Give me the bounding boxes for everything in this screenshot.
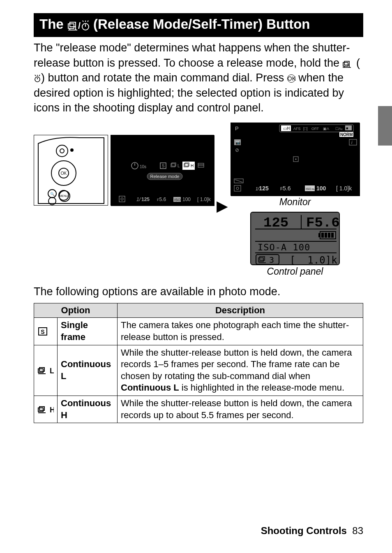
option-name: Single frame — [58, 318, 118, 345]
svg-rect-99 — [328, 233, 330, 238]
table-row: L Continuous L While the shutter-release… — [34, 345, 363, 396]
svg-text:S: S — [162, 164, 165, 168]
option-icon-cl: L — [34, 345, 58, 396]
svg-rect-11 — [343, 62, 348, 66]
arrow-icon: ▶ — [217, 197, 228, 215]
svg-text:ISO-A 100: ISO-A 100 — [258, 242, 310, 252]
option-desc: While the shutter-release button is held… — [118, 396, 363, 423]
svg-rect-12 — [344, 61, 349, 65]
svg-text:125: 125 — [263, 215, 288, 231]
control-panel: 125 F5.6 ISO-A 100 — [250, 212, 340, 265]
svg-rect-100 — [331, 233, 334, 238]
svg-text:125: 125 — [141, 197, 150, 202]
svg-rect-97 — [321, 233, 324, 238]
title-prefix: The — [39, 16, 67, 32]
svg-point-22 — [60, 149, 64, 153]
svg-text:■: ■ — [346, 126, 348, 130]
camera-back-illustration: OK MENU 🔍 — [34, 135, 108, 206]
option-name: Continuous L — [58, 345, 118, 396]
svg-text:100: 100 — [182, 197, 191, 202]
svg-text:[□]: [□] — [303, 127, 307, 131]
menu-label: Release mode — [150, 174, 180, 179]
svg-text:P: P — [235, 125, 239, 132]
svg-text:S: S — [41, 329, 44, 335]
svg-text:100: 100 — [316, 185, 326, 192]
svg-line-10 — [88, 21, 88, 22]
svg-text:⊘: ⊘ — [235, 147, 239, 153]
th-description: Description — [118, 303, 363, 318]
monitor-label: Monitor — [279, 197, 311, 208]
svg-text:L: L — [50, 367, 54, 375]
svg-text:NORM: NORM — [340, 132, 353, 137]
svg-rect-116 — [38, 408, 43, 412]
svg-text:10s: 10s — [140, 164, 146, 169]
table-row: H Continuous H While the shutter-release… — [34, 396, 363, 423]
desc-part-a: While the shutter-release button is held… — [121, 347, 352, 381]
intro-paragraph: The "release mode" determines what happe… — [34, 40, 363, 115]
option-name: Continuous H — [58, 396, 118, 423]
svg-rect-98 — [325, 233, 327, 238]
footer-label: Shooting Controls — [261, 525, 347, 536]
desc-part-b: is highlighted in the release-mode menu. — [179, 382, 344, 393]
svg-text:ISO: ISO — [174, 198, 181, 202]
svg-text:1/: 1/ — [136, 197, 141, 202]
option-icon-single: S — [34, 318, 58, 345]
intro-line1: The "release mode" determines what happe… — [34, 42, 350, 69]
svg-rect-113 — [39, 368, 44, 371]
svg-text:H: H — [50, 406, 54, 414]
svg-rect-1 — [70, 22, 76, 27]
desc-bold: Continuous L — [121, 382, 179, 393]
svg-point-21 — [56, 145, 68, 157]
page-footer: Shooting Controls 83 — [261, 525, 363, 537]
svg-text:/: / — [78, 21, 81, 31]
svg-text:▣A: ▣A — [323, 127, 329, 131]
page-title: The / (Release Mode/Self-Timer) Button — [34, 13, 363, 37]
svg-text:3: 3 — [269, 255, 274, 265]
release-mode-menu-screen: 10s S L — [111, 135, 214, 206]
svg-text:F5.6: F5.6 — [157, 197, 166, 202]
section-tab — [378, 106, 392, 146]
svg-text:H: H — [191, 164, 194, 168]
title-burst-timer-icons: / — [67, 17, 90, 33]
th-option: Option — [34, 303, 118, 318]
footer-page: 83 — [352, 525, 363, 536]
burst-icon-inline — [342, 59, 353, 68]
timer-icon-inline — [34, 72, 41, 84]
intro-mid: button and rotate the main command dial.… — [45, 72, 287, 84]
monitor-screen: P ▭H AFS [□] OFF ▣A ☐A₀ ■ — [231, 123, 360, 196]
svg-rect-33 — [111, 135, 214, 206]
table-row: S Single frame The camera takes one phot… — [34, 318, 363, 345]
option-desc: The camera takes one photograph each tim… — [118, 318, 363, 345]
option-desc: While the shutter-release button is held… — [118, 345, 363, 396]
svg-text:🔍: 🔍 — [50, 192, 55, 197]
svg-point-79 — [295, 159, 297, 160]
svg-text:AFS: AFS — [293, 127, 301, 131]
svg-text:☐A₀: ☐A₀ — [335, 127, 343, 131]
option-icon-ch: H — [34, 396, 58, 423]
svg-text:OK: OK — [61, 171, 67, 176]
control-panel-label: Control panel — [267, 266, 323, 277]
title-suffix: (Release Mode/Self-Timer) Button — [93, 16, 310, 32]
svg-point-23 — [71, 149, 73, 151]
svg-text:[  1.0]k: [ 1.0]k — [290, 255, 337, 265]
svg-rect-0 — [68, 24, 74, 28]
svg-line-19 — [35, 75, 36, 76]
ok-button-icon: OK — [287, 74, 295, 83]
svg-text:MENU: MENU — [60, 194, 68, 197]
illustration-row: OK MENU 🔍 — [34, 123, 363, 277]
svg-text:F5.6: F5.6 — [306, 215, 340, 231]
svg-line-9 — [83, 21, 83, 22]
svg-rect-96 — [318, 233, 320, 237]
svg-text:L: L — [178, 164, 180, 168]
svg-text:📷: 📷 — [235, 140, 241, 145]
svg-line-20 — [39, 75, 40, 76]
following-text: The following options are available in p… — [34, 285, 363, 298]
svg-text:[ 1.0]k: [ 1.0]k — [197, 197, 211, 202]
svg-text:▭H: ▭H — [283, 126, 290, 131]
svg-rect-117 — [39, 407, 44, 410]
options-table: Option Description S Single frame The ca… — [34, 303, 363, 423]
svg-rect-112 — [38, 369, 43, 373]
svg-text:OFF: OFF — [311, 127, 319, 131]
svg-text:[ 1.0]k: [ 1.0]k — [336, 185, 352, 192]
